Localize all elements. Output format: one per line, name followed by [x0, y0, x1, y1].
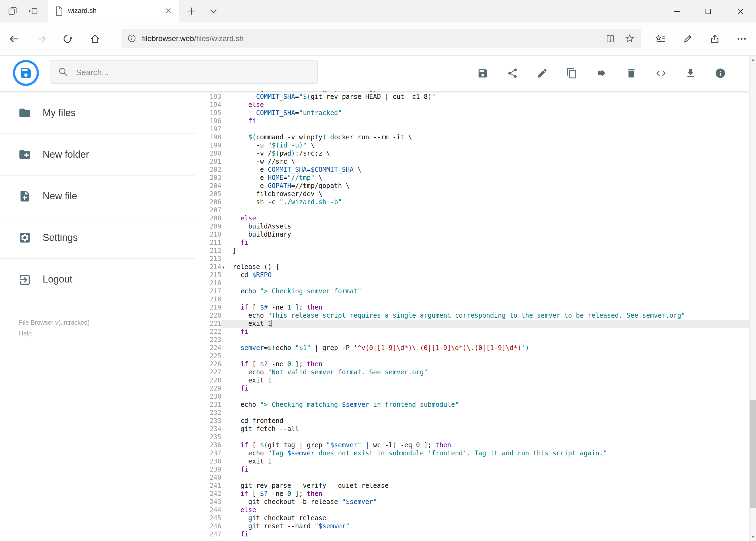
fold-marker-icon[interactable]: ▾: [221, 263, 228, 271]
raw-code-button[interactable]: [655, 68, 666, 79]
code-line[interactable]: 229 fi: [195, 385, 749, 393]
code-line[interactable]: 207: [195, 206, 749, 215]
move-button[interactable]: [596, 68, 607, 79]
code-line[interactable]: 195 COMMIT_SHA="untracked": [195, 109, 749, 117]
code-line[interactable]: 232: [195, 409, 749, 417]
sidebar-item-my-files[interactable]: My files: [0, 92, 195, 134]
back-button[interactable]: [9, 34, 19, 44]
code-line[interactable]: 226 if [ $? -ne 0 ]; then: [195, 360, 749, 368]
add-favorite-star-icon[interactable]: [625, 34, 635, 44]
code-line[interactable]: 218: [195, 295, 749, 303]
code-line[interactable]: if [ "$(command -v git)" != "" ]; then: [195, 91, 749, 93]
code-line[interactable]: 222 fi: [195, 328, 749, 336]
code-line[interactable]: 206 sh -c "./wizard.sh -b": [195, 198, 749, 206]
code-line[interactable]: 213: [195, 255, 749, 263]
code-line[interactable]: 243 git checkout -b release "$semver": [195, 498, 749, 506]
code-line[interactable]: 228 exit 1: [195, 376, 749, 385]
page-scrollbar[interactable]: [749, 56, 756, 541]
search-box[interactable]: [50, 60, 318, 84]
code-line[interactable]: 211 fi: [195, 239, 749, 247]
home-button[interactable]: [90, 34, 101, 44]
code-line[interactable]: 225: [195, 352, 749, 360]
share-button[interactable]: [507, 68, 518, 79]
sidebar-item-logout[interactable]: Logout: [0, 259, 195, 300]
code-line[interactable]: 241 git rev-parse --verify --quiet relea…: [195, 482, 749, 490]
code-line[interactable]: 236 if [ $(git tag | grep "$semver" | wc…: [195, 441, 749, 449]
code-line[interactable]: 198 $(command -v winpty) docker run --rm…: [195, 134, 749, 142]
code-line[interactable]: 247 fi: [195, 530, 749, 539]
code-line[interactable]: 197: [195, 125, 749, 134]
share-page-icon[interactable]: [709, 34, 720, 44]
scroll-up-arrow[interactable]: [750, 56, 756, 64]
web-note-pen-icon[interactable]: [682, 34, 693, 44]
refresh-button[interactable]: [62, 34, 73, 44]
tabs-set-aside-list-icon[interactable]: [8, 6, 18, 16]
code-line[interactable]: 220 echo "This release script requires a…: [195, 312, 749, 320]
scroll-down-arrow[interactable]: [750, 533, 756, 541]
forward-button[interactable]: [36, 34, 47, 44]
window-minimize-button[interactable]: [664, 0, 689, 22]
code-line[interactable]: 231 echo "> Checking matching $semver in…: [195, 401, 749, 409]
code-line[interactable]: 237 echo "Tag $semver does not exist in …: [195, 449, 749, 457]
site-info-icon[interactable]: [127, 34, 136, 43]
save-button[interactable]: [477, 68, 488, 79]
code-line[interactable]: 203 -e HOME="//tmp" \: [195, 174, 749, 182]
code-line[interactable]: 240: [195, 474, 749, 482]
code-line[interactable]: 212}: [195, 247, 749, 255]
code-line[interactable]: 244 else: [195, 506, 749, 514]
code-line[interactable]: 235: [195, 433, 749, 441]
info-button[interactable]: [714, 68, 726, 79]
scrollbar-thumb[interactable]: [750, 400, 755, 508]
browser-more-menu-icon[interactable]: [736, 34, 747, 44]
help-link[interactable]: Help: [19, 328, 90, 339]
download-button[interactable]: [685, 68, 696, 79]
reading-view-icon[interactable]: [605, 34, 616, 44]
search-input[interactable]: [75, 67, 317, 77]
code-line[interactable]: 210 buildBinary: [195, 231, 749, 239]
code-line[interactable]: 199 -u "$(id -u)" \: [195, 142, 749, 150]
window-close-button[interactable]: [728, 0, 753, 22]
set-tabs-aside-icon[interactable]: [28, 6, 38, 16]
tab-preview-chevron-icon[interactable]: [209, 9, 217, 15]
code-line[interactable]: 193 COMMIT_SHA="$(git rev-parse HEAD | c…: [195, 93, 749, 101]
code-line[interactable]: 221 exit 1: [195, 320, 749, 328]
code-line[interactable]: 209 buildAssets: [195, 223, 749, 231]
code-line[interactable]: 217 echo "> Checking semver format": [195, 287, 749, 295]
code-line[interactable]: 205 filebrowser/dev \: [195, 190, 749, 198]
code-line[interactable]: 200 -v /$(pwd):/src:z \: [195, 150, 749, 158]
code-line[interactable]: 227 echo "Not valid semver format. See s…: [195, 368, 749, 376]
code-line[interactable]: 204 -e GOPATH=//tmp/gopath \: [195, 182, 749, 190]
window-maximize-button[interactable]: [696, 0, 721, 22]
code-line[interactable]: 230: [195, 393, 749, 401]
sidebar-item-settings[interactable]: Settings: [0, 217, 195, 259]
sidebar-item-new-file[interactable]: New file: [0, 176, 195, 217]
code-line[interactable]: 196 fi: [195, 117, 749, 125]
rename-button[interactable]: [536, 68, 548, 79]
delete-button[interactable]: [626, 68, 637, 79]
code-line[interactable]: 216: [195, 279, 749, 287]
browser-tab[interactable]: wizard.sh: [47, 0, 179, 22]
code-line[interactable]: 194 else: [195, 101, 749, 109]
sidebar-item-new-folder[interactable]: New folder: [0, 134, 195, 176]
new-tab-button[interactable]: [187, 7, 195, 15]
code-line[interactable]: 215 cd $REPO: [195, 271, 749, 279]
code-line[interactable]: 239 fi: [195, 466, 749, 474]
code-line[interactable]: 234 git fetch --all: [195, 425, 749, 433]
code-line[interactable]: 202 -e COMMIT_SHA=$COMMIT_SHA \: [195, 166, 749, 174]
code-line[interactable]: 224 semver=$(echo "$1" | grep -P '^v(0|[…: [195, 344, 749, 352]
hub-favorites-icon[interactable]: [655, 34, 666, 44]
copy-button[interactable]: [566, 68, 577, 79]
code-line[interactable]: 223: [195, 336, 749, 344]
code-line[interactable]: 246 git reset --hard "$semver": [195, 522, 749, 530]
code-line[interactable]: 201 -w //src \: [195, 158, 749, 166]
tab-close-icon[interactable]: [165, 7, 172, 15]
code-line[interactable]: 245 git checkout release: [195, 514, 749, 522]
address-bar[interactable]: filebrowser.web/files/wizard.sh: [122, 29, 641, 48]
code-editor[interactable]: if [ "$(command -v git)" != "" ]; then19…: [195, 91, 749, 541]
code-line[interactable]: 238 exit 1: [195, 457, 749, 466]
code-line[interactable]: 208 else: [195, 215, 749, 223]
code-line[interactable]: 214▾release () {: [195, 263, 749, 271]
code-line[interactable]: 242 if [ $? -ne 0 ]; then: [195, 490, 749, 498]
code-line[interactable]: 233 cd frontend: [195, 417, 749, 425]
code-line[interactable]: 219 if [ $# -ne 1 ]; then: [195, 303, 749, 312]
